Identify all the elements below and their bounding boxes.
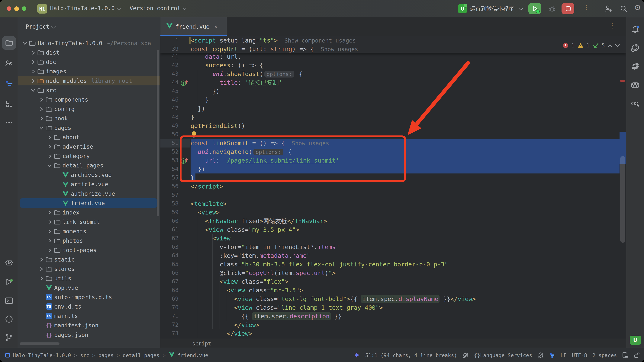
tree-item-static[interactable]: static [18, 255, 160, 264]
uniapp-helper-icon[interactable]: U [628, 334, 642, 347]
breadcrumb-project[interactable]: Halo-TinyTale-1.0.0 [13, 352, 71, 358]
stripe-error-mark[interactable] [620, 80, 625, 82]
sticky-line-39[interactable]: 39const copyUrl = (url: string) => { Sho… [160, 45, 626, 53]
tree-chevron-icon[interactable] [30, 68, 36, 74]
code-line-47[interactable]: 47 }) [160, 104, 626, 113]
ai-disabled-icon[interactable] [462, 352, 469, 358]
git-branch-icon[interactable] [2, 331, 16, 344]
codegeex-status-icon[interactable] [354, 352, 360, 358]
tree-item-auto-imports-d-ts[interactable]: TSauto-imports.d.ts [18, 292, 160, 302]
file-writable-lock-icon[interactable] [634, 352, 640, 358]
breadcrumb-src[interactable]: src [80, 352, 89, 358]
tree-item-detail-pages[interactable]: detail_pages [18, 161, 160, 170]
tree-chevron-icon[interactable] [38, 106, 44, 112]
tree-item-dist[interactable]: dist [18, 48, 160, 57]
chat-plugin-icon[interactable] [628, 97, 642, 111]
version-control-menu[interactable]: Version control [130, 5, 186, 12]
language-services-widget[interactable]: {}Language Services [474, 352, 532, 358]
breadcrumb-file[interactable]: friend.vue [178, 352, 208, 358]
line-ending-widget[interactable]: LF [560, 352, 566, 358]
code-line-59[interactable]: 59 <view> [160, 208, 626, 217]
tree-item-category[interactable]: category [18, 151, 160, 161]
tree-chevron-icon[interactable] [38, 257, 44, 263]
code-vision-usages[interactable]: Show component usages [278, 37, 356, 44]
code-line-57[interactable]: 57 [160, 191, 626, 199]
structure-icon[interactable] [2, 97, 16, 111]
indent-widget[interactable]: 2 spaces [592, 352, 617, 358]
code-line-49[interactable]: 49getFriendList() [160, 122, 626, 130]
tree-chevron-icon[interactable] [38, 266, 44, 272]
code-line-64[interactable]: 64 :key="item.metadata.name" [160, 251, 626, 260]
code-line-56[interactable]: 56</script> [160, 182, 626, 191]
run-button[interactable] [528, 3, 541, 14]
tree-chevron-icon[interactable] [47, 144, 53, 150]
tree-item-doc[interactable]: doc [18, 57, 160, 67]
run-tool-icon[interactable] [2, 275, 16, 289]
tree-item-tool-pages[interactable]: tool-pages [18, 245, 160, 255]
tree-chevron-icon[interactable] [38, 115, 44, 121]
tree-item-index[interactable]: index [18, 208, 160, 217]
tree-item-authorize-vue[interactable]: authorize.vue [18, 189, 160, 198]
services-icon[interactable] [2, 256, 16, 269]
code-line-42[interactable]: 42 success: () => { [160, 61, 626, 70]
tree-chevron-icon[interactable] [38, 96, 44, 102]
tree-item-archives-vue[interactable]: archives.vue [18, 170, 160, 179]
code-line-61[interactable]: 61 <view class="my-3.5 px-4"> [160, 225, 626, 234]
tree-item-link-submit[interactable]: link_submit [18, 217, 160, 227]
caret-position[interactable]: 51:1 (94 chars, 4 line breaks) [365, 352, 457, 358]
tree-horizontal-scrollbar[interactable] [20, 343, 60, 345]
tree-chevron-icon[interactable] [30, 78, 36, 84]
code-line-45[interactable]: 45 }) [160, 87, 626, 96]
tree-item-main-ts[interactable]: TSmain.ts [18, 311, 160, 321]
code-line-62[interactable]: 62 <view [160, 234, 626, 243]
tab-options-kebab-icon[interactable]: ⋮ [609, 22, 616, 29]
ai-plugin-icon[interactable] [628, 78, 642, 92]
tree-item-app-vue[interactable]: App.vue [18, 283, 160, 292]
code-line-43[interactable]: 43 uni.showToast(options: { [160, 70, 626, 78]
notifications-icon[interactable] [628, 22, 642, 36]
breadcrumb-detail-pages[interactable]: detail_pages [123, 352, 160, 358]
code-line-60[interactable]: 60 <TnNavbar fixed>网站友链</TnNavbar> [160, 217, 626, 225]
ai-assistant-icon[interactable] [628, 41, 642, 54]
code-vision-usages[interactable]: Show usages [314, 46, 358, 53]
tree-chevron-icon[interactable] [30, 59, 36, 65]
tree-item-manifest-json[interactable]: {}manifest.json [18, 321, 160, 330]
tree-item-hook[interactable]: hook [18, 114, 160, 123]
tree-item-env-d-ts[interactable]: TSenv.d.ts [18, 302, 160, 311]
tree-chevron-icon[interactable] [47, 162, 53, 168]
settings-gear-icon[interactable]: ⚙ [634, 3, 641, 12]
window-close-button[interactable] [7, 6, 11, 11]
project-switcher[interactable]: Halo-TinyTale-1.0.0 [50, 5, 120, 12]
debug-button[interactable] [546, 3, 558, 14]
tree-chevron-icon[interactable] [22, 40, 28, 46]
code-line-44[interactable]: 44I title: '链接已复制' [160, 78, 626, 87]
more-tools-icon[interactable] [2, 116, 16, 129]
tree-item-halo-tinytale-1-0-0[interactable]: Halo-TinyTale-1.0.0~/Personalspa [18, 38, 160, 48]
tab-friend-vue[interactable]: friend.vue × [160, 17, 227, 36]
plugin-mini-icon[interactable] [549, 352, 555, 358]
tree-chevron-icon[interactable] [38, 275, 44, 281]
ai-chat-tool-icon[interactable] [2, 56, 16, 70]
add-user-icon[interactable] [604, 4, 613, 15]
tree-item-utils[interactable]: utils [18, 274, 160, 283]
window-maximize-button[interactable] [22, 6, 26, 11]
tree-item-advertise[interactable]: advertise [18, 142, 160, 151]
tree-chevron-icon[interactable] [30, 49, 36, 55]
more-actions-kebab-icon[interactable]: ⋮ [583, 3, 590, 11]
inspections-widget[interactable]: 1 1 5 [563, 42, 620, 49]
project-folder-icon[interactable] [2, 36, 16, 50]
code-line-72[interactable]: 72 </view> [160, 321, 626, 329]
tree-chevron-icon[interactable] [47, 238, 53, 244]
encoding-widget[interactable]: UTF-8 [572, 352, 587, 358]
code-line-68[interactable]: 68 <view class="mr-3.5"> [160, 286, 626, 295]
terminal-icon[interactable] [2, 294, 16, 308]
problems-icon[interactable] [2, 312, 16, 326]
code-line-63[interactable]: 63 v-for="item in friendList?.items" [160, 243, 626, 251]
tree-item-images[interactable]: images [18, 67, 160, 76]
breadcrumb-pages[interactable]: pages [98, 352, 114, 358]
code-line-66[interactable]: 66 @click="copyUrl(item.spec.url)"> [160, 269, 626, 277]
tree-chevron-icon[interactable] [47, 153, 53, 159]
tree-item-components[interactable]: components [18, 95, 160, 104]
code-line-71[interactable]: 71 {{ item.spec.description }} [160, 312, 626, 321]
plugin-blue-icon[interactable] [2, 77, 16, 90]
